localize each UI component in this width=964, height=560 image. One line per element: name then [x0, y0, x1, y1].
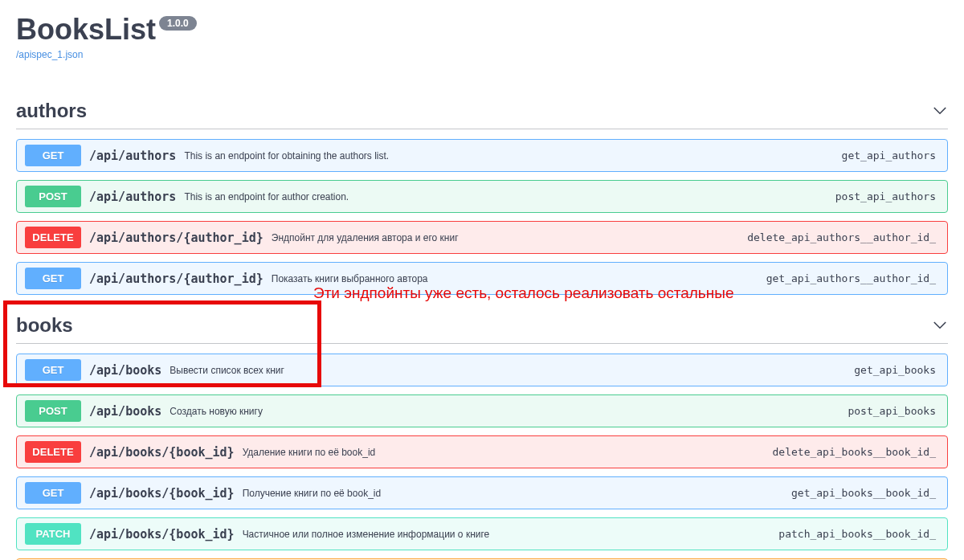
operation-path: /api/books/{book_id} — [89, 527, 235, 542]
spec-link[interactable]: /apispec_1.json — [16, 49, 83, 60]
operation-summary: Показать книги выбранного автора — [272, 273, 758, 284]
operation-path: /api/authors/{author_id} — [89, 231, 263, 245]
operation-summary: Создать новую книгу — [170, 406, 839, 417]
operation-summary: Удаление книги по её book_id — [243, 447, 765, 458]
chevron-down-icon — [932, 103, 948, 119]
method-badge-get: GET — [25, 359, 81, 381]
tag-section-authors: authors GET /api/authors This is an endp… — [16, 93, 948, 295]
tag-section-books: books GET /api/books Вывести список всех… — [16, 308, 948, 560]
method-badge-delete: DELETE — [25, 227, 81, 248]
operation-summary: Вывести список всех книг — [170, 365, 846, 376]
method-badge-get: GET — [25, 268, 81, 289]
tag-name: authors — [16, 100, 87, 122]
operation-id: get_api_books__book_id_ — [791, 487, 936, 499]
tag-header-books[interactable]: books — [16, 308, 948, 344]
operation-get-authors[interactable]: GET /api/authors This is an endpoint for… — [16, 139, 948, 172]
operation-get-books[interactable]: GET /api/books Вывести список всех книг … — [16, 354, 948, 386]
operation-id: post_api_authors — [835, 190, 936, 202]
api-title: BooksList — [16, 13, 156, 47]
operation-get-book-id[interactable]: GET /api/books/{book_id} Получение книги… — [16, 476, 948, 509]
operation-id: post_api_books — [848, 405, 936, 417]
method-badge-post: POST — [25, 400, 81, 422]
operation-summary: Эндпойнт для удаления автора и его книг — [272, 232, 739, 243]
operation-delete-author-id[interactable]: DELETE /api/authors/{author_id} Эндпойнт… — [16, 221, 948, 254]
operation-id: get_api_books — [854, 364, 936, 376]
operation-post-books[interactable]: POST /api/books Создать новую книгу post… — [16, 394, 948, 427]
operation-id: patch_api_books__book_id_ — [778, 528, 936, 540]
operation-post-authors[interactable]: POST /api/authors This is an endpoint fo… — [16, 180, 948, 213]
operation-summary: This is an endpoint for obtaining the au… — [184, 150, 833, 161]
operation-path: /api/authors — [89, 190, 176, 204]
operation-path: /api/authors/{author_id} — [89, 272, 263, 286]
operation-path: /api/books/{book_id} — [89, 445, 235, 460]
method-badge-get: GET — [25, 482, 81, 504]
method-badge-patch: PATCH — [25, 523, 81, 545]
operation-delete-book-id[interactable]: DELETE /api/books/{book_id} Удаление кни… — [16, 435, 948, 468]
method-badge-post: POST — [25, 186, 81, 207]
operation-id: get_api_authors__author_id_ — [766, 272, 936, 284]
operation-id: get_api_authors — [842, 149, 936, 161]
operation-summary: Частичное или полное изменение информаци… — [243, 529, 771, 540]
operation-get-author-id[interactable]: GET /api/authors/{author_id} Показать кн… — [16, 262, 948, 295]
method-badge-get: GET — [25, 145, 81, 166]
operation-id: delete_api_books__book_id_ — [773, 446, 937, 458]
operation-id: delete_api_authors__author_id_ — [747, 231, 936, 243]
operation-summary: This is an endpoint for author creation. — [184, 191, 827, 202]
api-header: BooksList 1.0.0 /apispec_1.json — [16, 13, 948, 61]
chevron-down-icon — [932, 317, 948, 333]
method-badge-delete: DELETE — [25, 441, 81, 463]
operation-summary: Получение книги по её book_id — [243, 488, 783, 499]
operation-path: /api/books — [89, 404, 161, 419]
tag-name: books — [16, 314, 73, 337]
version-badge: 1.0.0 — [159, 16, 197, 31]
operation-path: /api/books/{book_id} — [89, 486, 235, 501]
operation-path: /api/authors — [89, 149, 176, 163]
tag-header-authors[interactable]: authors — [16, 93, 948, 129]
operation-path: /api/books — [89, 363, 161, 378]
operation-patch-book-id[interactable]: PATCH /api/books/{book_id} Частичное или… — [16, 517, 948, 550]
